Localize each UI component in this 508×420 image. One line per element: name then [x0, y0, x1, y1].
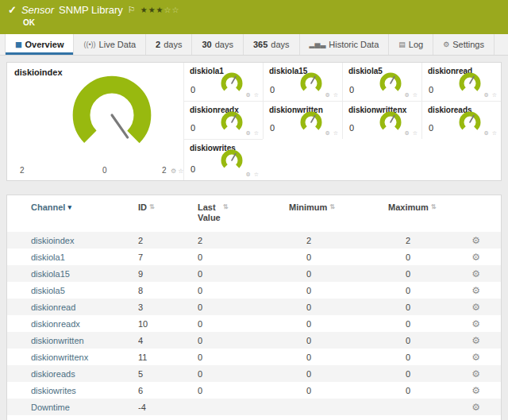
main-gauge-scale-mid: 0: [102, 166, 107, 175]
tab-365-days[interactable]: 365 days: [244, 34, 300, 55]
table-row-diskiola15: diskiola15 9 0 0 0 ⚙: [7, 265, 501, 282]
gauge-favorite-star-icon[interactable]: ☆: [492, 92, 498, 98]
table-row-diskiola5: diskiola5 8 0 0 0 ⚙: [7, 282, 501, 299]
channel-name: diskiola15: [7, 269, 138, 279]
gauge-favorite-star-icon[interactable]: ☆: [254, 92, 260, 98]
gauge-settings-gear-icon[interactable]: ⚙: [483, 130, 489, 136]
edit-channel-gear-icon[interactable]: ⚙: [471, 403, 480, 412]
priority-stars-empty[interactable]: ☆☆: [164, 6, 180, 14]
log-list-icon: ▤: [398, 41, 406, 48]
edit-channel-gear-icon[interactable]: ⚙: [471, 369, 480, 379]
gauge-settings-gear-icon[interactable]: ⚙: [245, 92, 251, 98]
main-gauge-scale-max: 2: [162, 166, 167, 175]
edit-channel-gear-icon[interactable]: ⚙: [471, 252, 480, 262]
gauge-settings-gear-icon[interactable]: ⚙: [483, 92, 489, 98]
gauge-favorite-star-icon[interactable]: ☆: [333, 92, 339, 98]
gauge-actions: ⚙ ☆: [245, 92, 260, 98]
channel-minimum: 0: [289, 386, 388, 395]
priority-stars-filled[interactable]: ★★★: [140, 6, 164, 14]
channel-id: 9: [138, 269, 198, 279]
status-ok-check-icon: ✓: [8, 5, 17, 15]
channel-maximum: 0: [388, 353, 475, 362]
gauge-tile-diskiola15: diskiola15 0 ⚙ ☆: [263, 63, 342, 101]
main-gauge-dial: [69, 72, 155, 158]
table-row-diskionreadx: diskionreadx 10 0 0 0 ⚙: [7, 315, 501, 332]
edit-channel-gear-icon[interactable]: ⚙: [471, 336, 480, 345]
gauge-settings-gear-icon[interactable]: ⚙: [245, 130, 251, 136]
channel-last-value: 0: [198, 336, 289, 345]
gauge-settings-gear-icon[interactable]: ⚙: [325, 130, 330, 136]
channel-last-value: 0: [198, 319, 289, 329]
priority-stars[interactable]: ★★★☆☆: [140, 6, 180, 14]
gauge-favorite-star-icon[interactable]: ☆: [254, 171, 260, 177]
gauge-favorite-star-icon[interactable]: ☆: [413, 130, 418, 136]
channel-id: 3: [138, 302, 198, 312]
gauge-actions: ⚙ ☆: [404, 130, 418, 137]
tab-label-number: 2: [156, 40, 160, 49]
channel-id: -4: [138, 403, 198, 412]
gauge-settings-gear-icon[interactable]: ⚙: [404, 92, 410, 98]
edit-channel-gear-icon[interactable]: ⚙: [471, 302, 480, 312]
tab-overview[interactable]: ▦ Overview: [5, 34, 74, 55]
main-gauge-settings-gear-icon[interactable]: ⚙: [171, 168, 178, 175]
sensor-title-row: ✓ Sensor SNMP Library ⚐ ★★★☆☆: [8, 4, 500, 16]
channel-last-value: 0: [198, 286, 289, 295]
main-gauge: diskioindex 2 0 2 ⚙☆: [7, 63, 183, 180]
sort-arrow-icon[interactable]: ⇅: [223, 203, 229, 210]
channel-maximum: 0: [388, 252, 475, 262]
edit-channel-gear-icon[interactable]: ⚙: [471, 286, 480, 295]
tab-30-days[interactable]: 30 days: [192, 34, 244, 55]
sort-arrow-icon[interactable]: ⇅: [329, 203, 335, 210]
table-row-diskiola1: diskiola1 7 0 0 0 ⚙: [7, 249, 501, 265]
edit-channel-gear-icon[interactable]: ⚙: [471, 319, 480, 329]
gauge-favorite-star-icon[interactable]: ☆: [254, 130, 260, 136]
edit-channel-gear-icon[interactable]: ⚙: [471, 386, 480, 395]
tab-log[interactable]: ▤ Log: [389, 34, 433, 55]
table-row-diskioindex: diskioindex 2 2 2 2 ⚙: [7, 232, 501, 249]
gauge-tile-diskionread: diskionread 0 ⚙ ☆: [421, 63, 501, 101]
channel-maximum: 2: [388, 236, 475, 245]
column-header-minimum[interactable]: Minimum ⇅: [289, 202, 388, 213]
channel-name: diskionwrittenx: [7, 353, 138, 362]
edit-channel-gear-icon[interactable]: ⚙: [471, 236, 480, 245]
table-row-Downtime: Downtime -4 ⚙: [7, 399, 501, 415]
gauge-value: 0: [429, 85, 433, 94]
channel-minimum: 0: [289, 353, 388, 362]
gauge-settings-gear-icon[interactable]: ⚙: [245, 171, 251, 177]
tab-2-days[interactable]: 2 days: [146, 34, 192, 55]
table-row-diskioreads: diskioreads 5 0 0 0 ⚙: [7, 365, 501, 382]
sort-arrow-icon[interactable]: ⇅: [149, 203, 155, 210]
column-header-id[interactable]: ID ⇅: [138, 202, 198, 213]
gauge-dial: [220, 148, 244, 172]
tab-label: Live Data: [99, 40, 136, 49]
gauge-favorite-star-icon[interactable]: ☆: [413, 92, 418, 98]
edit-channel-gear-icon[interactable]: ⚙: [471, 353, 480, 362]
gauge-favorite-star-icon[interactable]: ☆: [333, 130, 339, 136]
gauge-dial: [220, 71, 244, 95]
channel-minimum: 0: [289, 302, 388, 312]
sort-arrow-icon[interactable]: ⇅: [431, 203, 437, 210]
column-header-channel[interactable]: Channel ▾: [7, 202, 138, 213]
channel-name: diskioreads: [7, 369, 138, 379]
sort-arrow-icon[interactable]: ▾: [67, 203, 71, 211]
column-header-label: Maximum: [388, 202, 429, 213]
channel-last-value: 0: [198, 353, 289, 362]
gauge-value: 0: [270, 123, 275, 133]
historic-data-chart-icon: ▂▅▃: [310, 41, 326, 48]
channel-name: diskionwritten: [7, 336, 138, 345]
gauge-settings-gear-icon[interactable]: ⚙: [325, 92, 330, 98]
gauge-tile-diskionwritten: diskionwritten 0 ⚙ ☆: [263, 101, 342, 139]
channel-minimum: 0: [289, 286, 388, 295]
tab-settings[interactable]: ⚙ Settings: [433, 34, 495, 55]
flag-icon[interactable]: ⚐: [128, 5, 136, 15]
gauge-favorite-star-icon[interactable]: ☆: [492, 130, 498, 136]
column-header-maximum[interactable]: Maximum ⇅: [388, 202, 475, 213]
edit-channel-gear-icon[interactable]: ⚙: [471, 269, 480, 279]
column-header-last_value[interactable]: Last Value ⇅: [198, 202, 289, 223]
tab-live-data[interactable]: ((•)) Live Data: [74, 34, 146, 55]
channel-maximum: 0: [388, 302, 475, 312]
gauge-settings-gear-icon[interactable]: ⚙: [404, 130, 410, 136]
channel-last-value: 0: [198, 369, 289, 379]
gauge-dial: [299, 71, 323, 95]
tab-historic-data[interactable]: ▂▅▃ Historic Data: [300, 34, 390, 55]
